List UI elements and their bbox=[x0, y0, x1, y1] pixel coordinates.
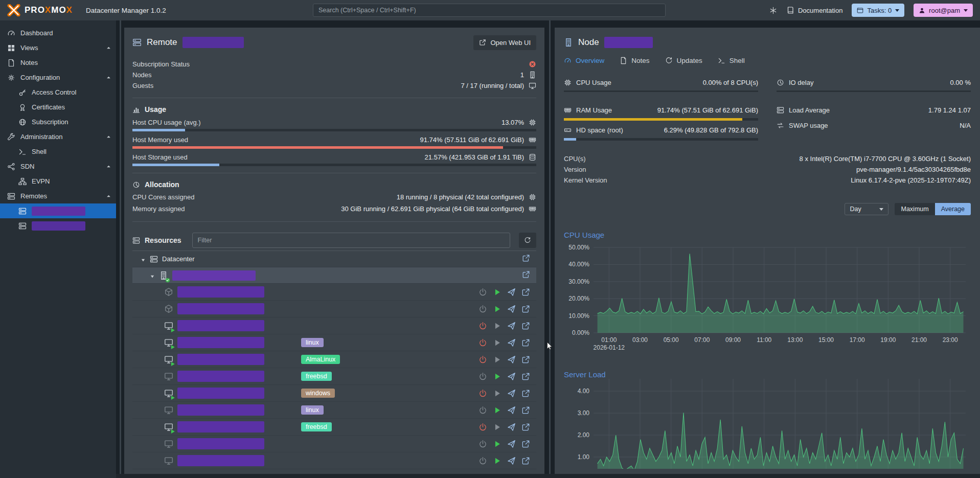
sidebar-item-evpn[interactable]: EVPN bbox=[0, 174, 116, 189]
migrate-icon[interactable] bbox=[507, 372, 516, 381]
power-icon[interactable] bbox=[478, 305, 487, 313]
mode-maximum-button[interactable]: Maximum bbox=[895, 203, 935, 215]
sidebar-item-remote-2[interactable] bbox=[0, 218, 116, 233]
tree-row-guest[interactable]: AlmaLinux bbox=[132, 351, 536, 368]
open-external-icon[interactable] bbox=[521, 322, 530, 330]
sidebar-item-certificates[interactable]: Certificates bbox=[0, 100, 116, 115]
tab-overview[interactable]: Overview bbox=[564, 57, 604, 64]
collapse-caret-icon[interactable] bbox=[106, 134, 111, 139]
timeframe-select[interactable]: Day bbox=[845, 203, 888, 215]
sidebar-item-notes[interactable]: Notes bbox=[0, 55, 116, 70]
sidebar-item-views[interactable]: Views bbox=[0, 40, 116, 55]
user-menu-button[interactable]: root@pam bbox=[914, 4, 973, 17]
open-external-icon[interactable] bbox=[521, 457, 530, 465]
sidebar-splitter[interactable] bbox=[116, 20, 124, 478]
tree-row-guest[interactable]: freebsd bbox=[132, 419, 536, 436]
migrate-icon[interactable] bbox=[507, 440, 516, 448]
sidebar-item-dashboard[interactable]: Dashboard bbox=[0, 26, 116, 40]
refresh-button[interactable] bbox=[519, 233, 536, 248]
tasks-button[interactable]: Tasks: 0 bbox=[852, 4, 904, 17]
migrate-icon[interactable] bbox=[507, 288, 516, 297]
tab-notes[interactable]: Notes bbox=[620, 57, 649, 64]
start-icon[interactable] bbox=[493, 288, 502, 297]
sidebar-item-subscription[interactable]: Subscription bbox=[0, 115, 116, 129]
sidebar-item-shell[interactable]: Shell bbox=[0, 144, 116, 159]
migrate-icon[interactable] bbox=[507, 406, 516, 415]
start-icon[interactable] bbox=[493, 457, 502, 465]
migrate-icon[interactable] bbox=[507, 338, 516, 347]
tree-row-guest[interactable]: linux bbox=[132, 334, 536, 351]
resources-filter-input[interactable] bbox=[192, 233, 510, 248]
tab-updates[interactable]: Updates bbox=[665, 57, 702, 64]
power-icon[interactable] bbox=[478, 457, 487, 465]
start-icon[interactable] bbox=[493, 406, 502, 415]
external-icon[interactable] bbox=[522, 270, 530, 279]
tree-row-guest[interactable]: freebsd bbox=[132, 368, 536, 385]
open-external-icon[interactable] bbox=[521, 305, 530, 313]
cpu-usage-chart-title: CPU Usage bbox=[564, 231, 971, 239]
migrate-icon[interactable] bbox=[507, 389, 516, 398]
start-icon[interactable] bbox=[493, 338, 502, 347]
tree-row-node[interactable] bbox=[132, 267, 536, 284]
migrate-icon[interactable] bbox=[507, 423, 516, 431]
power-icon[interactable] bbox=[478, 440, 487, 448]
open-external-icon[interactable] bbox=[521, 406, 530, 415]
collapse-caret-icon[interactable] bbox=[106, 194, 111, 198]
expander-icon[interactable] bbox=[141, 257, 146, 262]
mode-average-button[interactable]: Average bbox=[935, 203, 971, 215]
power-icon[interactable] bbox=[478, 423, 487, 431]
external-icon[interactable] bbox=[522, 254, 530, 262]
migrate-icon[interactable] bbox=[507, 355, 516, 364]
start-icon[interactable] bbox=[493, 440, 502, 448]
start-icon[interactable] bbox=[493, 305, 502, 313]
expander-icon[interactable] bbox=[150, 273, 155, 278]
tree-row-guest[interactable] bbox=[132, 436, 536, 452]
power-icon[interactable] bbox=[478, 389, 487, 398]
tree-row-guest[interactable]: linux bbox=[132, 402, 536, 419]
power-icon[interactable] bbox=[478, 322, 487, 330]
tree-row-datacenter[interactable]: Datacenter bbox=[132, 251, 536, 267]
open-external-icon[interactable] bbox=[521, 389, 530, 398]
tree-row-guest[interactable] bbox=[132, 452, 536, 469]
power-icon[interactable] bbox=[478, 406, 487, 415]
power-icon[interactable] bbox=[478, 288, 487, 297]
status-value bbox=[529, 60, 536, 68]
open-external-icon[interactable] bbox=[521, 440, 530, 448]
sidebar-item-remotes[interactable]: Remotes bbox=[0, 189, 116, 203]
start-icon[interactable] bbox=[493, 423, 502, 431]
open-external-icon[interactable] bbox=[521, 288, 530, 297]
migrate-icon[interactable] bbox=[507, 457, 516, 465]
tree-row-guest[interactable] bbox=[132, 317, 536, 334]
collapse-caret-icon[interactable] bbox=[106, 164, 111, 169]
tab-shell[interactable]: Shell bbox=[718, 57, 745, 64]
sidebar-item-remote-1[interactable] bbox=[0, 203, 116, 218]
theme-asterisk-icon[interactable] bbox=[769, 7, 777, 14]
tree-row-guest[interactable]: windows bbox=[132, 385, 536, 402]
start-icon[interactable] bbox=[493, 355, 502, 364]
start-icon[interactable] bbox=[493, 389, 502, 398]
power-icon[interactable] bbox=[478, 355, 487, 364]
power-icon[interactable] bbox=[478, 338, 487, 347]
start-icon[interactable] bbox=[493, 322, 502, 330]
global-search-input[interactable] bbox=[313, 4, 666, 17]
sidebar-item-configuration[interactable]: Configuration bbox=[0, 70, 116, 85]
tree-row-guest[interactable] bbox=[132, 301, 536, 317]
documentation-link[interactable]: Documentation bbox=[786, 6, 842, 14]
open-external-icon[interactable] bbox=[521, 355, 530, 364]
collapse-caret-icon[interactable] bbox=[106, 75, 111, 80]
migrate-icon[interactable] bbox=[507, 305, 516, 313]
start-icon[interactable] bbox=[493, 372, 502, 381]
power-icon[interactable] bbox=[478, 372, 487, 381]
sidebar-item-access-control[interactable]: Access Control bbox=[0, 85, 116, 100]
migrate-icon[interactable] bbox=[507, 322, 516, 330]
open-external-icon[interactable] bbox=[521, 423, 530, 431]
open-web-ui-button[interactable]: Open Web UI bbox=[473, 35, 536, 50]
collapse-caret-icon[interactable] bbox=[106, 45, 111, 50]
open-external-icon[interactable] bbox=[521, 338, 530, 347]
panel-splitter[interactable] bbox=[544, 20, 555, 478]
open-external-icon[interactable] bbox=[521, 372, 530, 381]
servers-icon bbox=[18, 222, 27, 230]
sidebar-item-sdn[interactable]: SDN bbox=[0, 159, 116, 174]
tree-row-guest[interactable] bbox=[132, 284, 536, 301]
sidebar-item-administration[interactable]: Administration bbox=[0, 129, 116, 144]
